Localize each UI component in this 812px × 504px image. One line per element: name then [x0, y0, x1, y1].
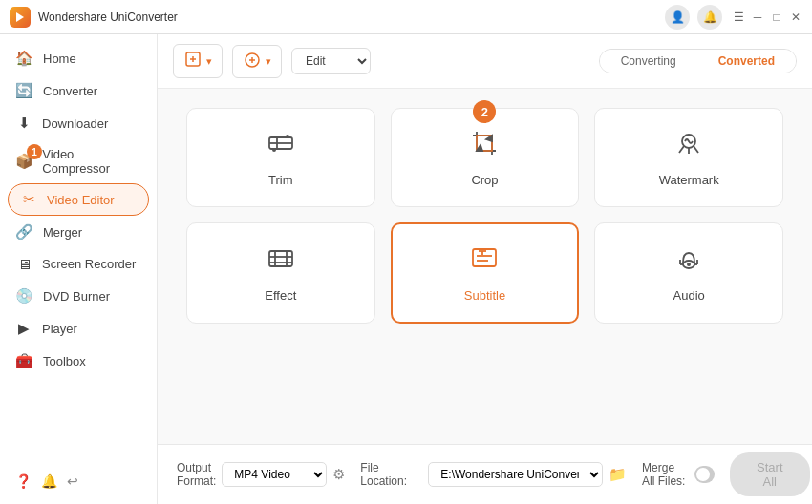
- notification-icon-btn[interactable]: 🔔: [697, 5, 722, 30]
- svg-point-11: [286, 135, 289, 138]
- close-btn[interactable]: ✕: [789, 10, 802, 24]
- sidebar-item-video-editor[interactable]: ✂ Video Editor: [8, 183, 149, 216]
- sidebar-item-screen-recorder[interactable]: 🖥 Screen Recorder: [0, 248, 157, 280]
- editor-area: Trim Cro: [158, 89, 812, 444]
- audio-card[interactable]: Audio: [594, 222, 783, 324]
- title-bar: Wondershare UniConverter 👤 🔔 ☰ ─ □ ✕: [0, 0, 812, 34]
- merge-toggle-switch[interactable]: [694, 466, 715, 483]
- crop-card-wrapper: Crop 2: [391, 108, 580, 207]
- tab-converted[interactable]: Converted: [697, 50, 796, 73]
- toolbar: ▾ ▾ Edit Trim Crop Effect Subtitle Conve…: [158, 34, 812, 89]
- sidebar: 🏠 Home 🔄 Converter ⬇ Downloader 📦 Video …: [0, 34, 158, 504]
- svg-line-17: [694, 146, 698, 153]
- toolbox-icon: 🧰: [15, 352, 33, 369]
- add-file-button[interactable]: ▾: [173, 44, 223, 78]
- screen-recorder-icon: 🖥: [15, 256, 32, 272]
- svg-line-16: [679, 146, 684, 153]
- help-icon[interactable]: ❓: [15, 473, 32, 489]
- crop-icon: [469, 128, 500, 165]
- svg-point-34: [687, 262, 691, 266]
- output-format-select[interactable]: MP4 Video: [222, 462, 327, 487]
- sidebar-item-home[interactable]: 🏠 Home: [0, 42, 157, 74]
- trim-icon: [266, 128, 296, 165]
- merge-toggle-group: Merge All Files:: [642, 461, 715, 488]
- start-all-button[interactable]: Start All: [730, 452, 809, 496]
- browse-folder-icon[interactable]: 📁: [609, 466, 627, 483]
- svg-rect-19: [269, 251, 292, 266]
- sidebar-item-merger[interactable]: 🔗 Merger: [0, 216, 157, 248]
- content-area: ▾ ▾ Edit Trim Crop Effect Subtitle Conve…: [158, 34, 812, 504]
- watermark-card[interactable]: Watermark: [594, 108, 783, 207]
- maximize-btn[interactable]: □: [770, 10, 783, 24]
- output-format-label: Output Format:: [177, 461, 216, 488]
- window-controls: ☰ ─ □ ✕: [732, 10, 802, 24]
- sidebar-footer: ❓ 🔔 ↩: [0, 466, 157, 496]
- audio-label: Audio: [673, 288, 705, 303]
- trim-label: Trim: [268, 173, 293, 187]
- downloader-icon: ⬇: [15, 115, 32, 132]
- editor-grid: Trim Cro: [186, 108, 783, 324]
- svg-marker-0: [16, 12, 24, 22]
- subtitle-icon: [469, 243, 500, 281]
- sidebar-label-compressor: Video Compressor: [42, 147, 141, 176]
- tab-group: Converting Converted: [599, 49, 797, 74]
- file-location-label: File Location:: [360, 461, 422, 488]
- refresh-icon[interactable]: ↩: [67, 473, 78, 489]
- app-title: Wondershare UniConverter: [38, 10, 665, 24]
- trim-card[interactable]: Trim: [186, 108, 375, 207]
- watermark-icon: [673, 128, 704, 165]
- bottom-bar: Output Format: MP4 Video ⚙ File Location…: [158, 444, 812, 504]
- effect-icon: [266, 243, 296, 281]
- home-icon: 🏠: [15, 50, 33, 67]
- sidebar-label-converter: Converter: [43, 84, 97, 98]
- watermark-label: Watermark: [659, 173, 719, 187]
- merger-icon: 🔗: [15, 223, 33, 241]
- effect-card[interactable]: Effect: [186, 222, 375, 324]
- sidebar-item-converter[interactable]: 🔄 Converter: [0, 74, 157, 107]
- crop-step-badge: 2: [473, 100, 496, 123]
- app-logo: [10, 7, 31, 28]
- merge-files-label: Merge All Files:: [642, 461, 689, 488]
- add-file-icon: [183, 50, 203, 73]
- effect-label: Effect: [265, 288, 296, 303]
- sidebar-item-player[interactable]: ▶ Player: [0, 312, 157, 345]
- output-format-field: Output Format: MP4 Video ⚙: [177, 461, 345, 488]
- sidebar-label-merger: Merger: [43, 225, 82, 240]
- subtitle-label: Subtitle: [464, 288, 505, 303]
- edit-select[interactable]: Edit Trim Crop Effect Subtitle: [291, 48, 371, 74]
- subtitle-card[interactable]: Subtitle: [391, 222, 580, 324]
- add-screen-button[interactable]: ▾: [232, 45, 282, 78]
- bell-icon[interactable]: 🔔: [41, 473, 57, 489]
- sidebar-label-home: Home: [43, 52, 76, 66]
- svg-point-10: [272, 148, 276, 152]
- player-icon: ▶: [15, 320, 32, 337]
- add-screen-caret: ▾: [266, 55, 271, 68]
- sidebar-item-video-compressor[interactable]: 📦 Video Compressor 1: [0, 139, 157, 183]
- sidebar-item-downloader[interactable]: ⬇ Downloader: [0, 107, 157, 139]
- add-file-label: ▾: [206, 55, 212, 68]
- file-location-field: File Location: E:\Wondershare UniConvert…: [360, 461, 627, 488]
- sidebar-label-toolbox: Toolbox: [43, 354, 86, 368]
- compressor-badge: 1: [27, 144, 42, 159]
- minimize-btn[interactable]: ─: [751, 10, 764, 24]
- output-settings-icon[interactable]: ⚙: [332, 466, 345, 483]
- dvd-icon: 💿: [15, 287, 33, 304]
- title-bar-icons: 👤 🔔: [665, 5, 722, 30]
- editor-icon: ✂: [20, 191, 37, 208]
- sidebar-item-dvd-burner[interactable]: 💿 DVD Burner: [0, 280, 157, 312]
- sidebar-label-editor: Video Editor: [47, 193, 115, 207]
- add-screen-icon: [243, 51, 262, 73]
- sidebar-label-player: Player: [42, 322, 77, 336]
- sidebar-item-toolbox[interactable]: 🧰 Toolbox: [0, 345, 157, 377]
- main-layout: 🏠 Home 🔄 Converter ⬇ Downloader 📦 Video …: [0, 34, 812, 504]
- sidebar-label-downloader: Downloader: [42, 116, 108, 131]
- audio-icon: [673, 243, 704, 281]
- menu-btn[interactable]: ☰: [732, 10, 745, 24]
- sidebar-label-dvd: DVD Burner: [43, 289, 110, 304]
- user-icon-btn[interactable]: 👤: [665, 5, 690, 30]
- crop-label: Crop: [471, 173, 498, 187]
- converter-icon: 🔄: [15, 82, 33, 99]
- sidebar-label-recorder: Screen Recorder: [42, 257, 136, 271]
- file-location-select[interactable]: E:\Wondershare UniConverter: [428, 462, 603, 487]
- tab-converting[interactable]: Converting: [600, 50, 697, 73]
